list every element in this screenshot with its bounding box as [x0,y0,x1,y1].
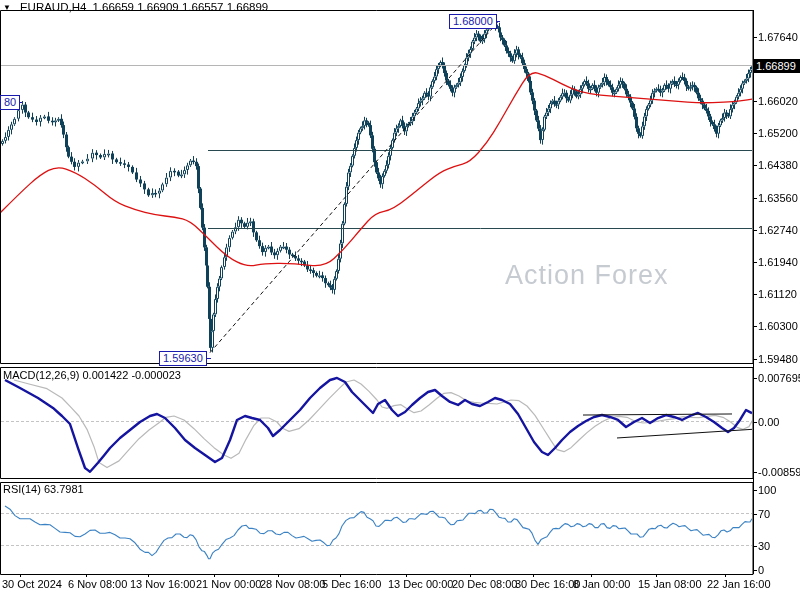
time-axis-label: 22 Jan 16:00 [707,578,771,590]
time-axis-label: 13 Dec 00:00 [388,578,453,590]
macd-axis-label: 0.007695 [758,372,800,384]
quote-ohlc: 1.66659 1.66909 1.66557 1.66899 [92,1,268,13]
rsi-axis-label: 100 [758,484,776,496]
time-axis-label: 28 Nov 08:00 [260,578,325,590]
watermark: Action Forex [505,260,669,291]
chart-title-row: ▼ EURAUD,H4 1.66659 1.66909 1.66557 1.66… [3,1,268,13]
macd-axis-label: -0.008599 [758,466,800,478]
macd-axis-label: 0.00 [758,416,779,428]
time-axis-label: 6 Nov 08:00 [68,578,127,590]
time-axis-label: 30 Oct 2024 [2,578,62,590]
price-axis-label: 1.61120 [758,288,797,300]
symbol-title: EURAUD,H4 [20,1,86,13]
symbol-dropdown-icon[interactable]: ▼ [3,2,11,13]
price-object-label[interactable]: 1.59630 [159,351,207,366]
rsi-axis-label: 30 [758,540,770,552]
current-price-tag: 1.66899 [754,59,800,73]
time-axis-label: 8 Jan 00:00 [573,578,631,590]
price-axis-label: 1.65200 [758,127,798,139]
chart-canvas[interactable] [0,0,800,600]
price-axis-label: 1.67640 [758,31,798,43]
time-axis-label: 21 Nov 00:00 [196,578,261,590]
price-axis-label: 1.64380 [758,159,798,171]
price-object-label[interactable]: 1.68000 [449,14,497,29]
rsi-axis-label: 70 [758,508,770,520]
price-axis-label: 1.63560 [758,192,798,204]
time-axis-label: 5 Dec 16:00 [322,578,381,590]
price-axis-label: 1.66020 [758,95,798,107]
chart-window: ▼ EURAUD,H4 1.66659 1.66909 1.66557 1.66… [0,0,800,600]
price-object-label[interactable]: 80 [0,95,20,110]
time-axis-label: 15 Jan 08:00 [638,578,702,590]
price-axis-label: 1.61940 [758,256,798,268]
price-axis-label: 1.60300 [758,320,798,332]
time-axis-label: 13 Nov 16:00 [130,578,195,590]
rsi-panel-label: RSI(14) 63.7981 [3,483,84,495]
price-axis-label: 1.59480 [758,353,798,365]
macd-panel-label: MACD(12,26,9) 0.001422 -0.000023 [3,369,181,381]
time-axis-label: 20 Dec 08:00 [452,578,517,590]
rsi-axis-label: 0 [758,564,764,576]
time-axis-label: 30 Dec 16:00 [515,578,580,590]
price-axis-label: 1.62740 [758,224,798,236]
